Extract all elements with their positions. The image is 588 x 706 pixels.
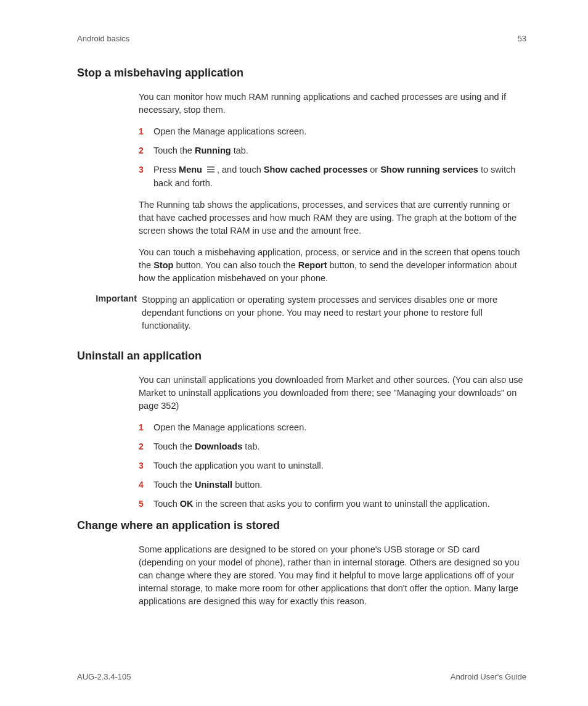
step-text: Touch the Uninstall button. — [153, 478, 526, 491]
svg-rect-0 — [207, 166, 214, 168]
step-item: 2 Touch the Downloads tab. — [139, 440, 526, 453]
page-number: 53 — [518, 34, 526, 43]
document-page: Android basics 53 Stop a misbehaving app… — [0, 0, 588, 706]
step-text: Touch OK in the screen that asks you to … — [153, 498, 526, 511]
svg-rect-1 — [207, 169, 214, 170]
step-number: 4 — [139, 478, 153, 491]
header-section-title: Android basics — [77, 34, 129, 43]
step-text: Open the Manage applications screen. — [153, 421, 526, 434]
content-uninstall: You can uninstall applications you downl… — [139, 374, 526, 511]
step-text: Touch the Downloads tab. — [153, 440, 526, 453]
step-number: 3 — [139, 459, 153, 472]
menu-icon — [206, 164, 215, 177]
intro-paragraph: You can uninstall applications you downl… — [139, 374, 526, 413]
intro-paragraph: You can monitor how much RAM running app… — [139, 91, 526, 117]
footer-doc-id: AUG-2.3.4-105 — [77, 672, 131, 681]
page-footer: AUG-2.3.4-105 Android User's Guide — [77, 672, 526, 681]
steps-list: 1 Open the Manage applications screen. 2… — [139, 421, 526, 511]
important-note: Important Stopping an application or ope… — [77, 293, 526, 332]
step-item: 1 Open the Manage applications screen. — [139, 421, 526, 434]
step-number: 2 — [139, 144, 153, 157]
step-number: 1 — [139, 125, 153, 138]
step-number: 1 — [139, 421, 153, 434]
page-header: Android basics 53 — [77, 34, 526, 43]
explanation-paragraph: You can touch a misbehaving application,… — [139, 246, 526, 285]
step-item: 5 Touch OK in the screen that asks you t… — [139, 498, 526, 511]
heading-change-storage: Change where an application is stored — [77, 519, 526, 532]
steps-list: 1 Open the Manage applications screen. 2… — [139, 125, 526, 190]
step-item: 2 Touch the Running tab. — [139, 144, 526, 157]
step-number: 2 — [139, 440, 153, 453]
step-text: Touch the application you want to uninst… — [153, 459, 526, 472]
footer-guide-title: Android User's Guide — [451, 672, 526, 681]
svg-rect-2 — [207, 171, 214, 173]
step-number: 5 — [139, 498, 153, 511]
intro-paragraph: Some applications are designed to be sto… — [139, 543, 526, 608]
content-stop-misbehaving: You can monitor how much RAM running app… — [139, 91, 526, 285]
step-text: Open the Manage applications screen. — [153, 125, 526, 138]
step-item: 1 Open the Manage applications screen. — [139, 125, 526, 138]
heading-uninstall: Uninstall an application — [77, 350, 526, 363]
explanation-paragraph: The Running tab shows the applications, … — [139, 199, 526, 237]
step-item: 3 Touch the application you want to unin… — [139, 459, 526, 472]
important-body: Stopping an application or operating sys… — [142, 293, 526, 332]
heading-stop-misbehaving: Stop a misbehaving application — [77, 67, 526, 80]
content-change-storage: Some applications are designed to be sto… — [139, 543, 526, 608]
step-text: Touch the Running tab. — [153, 144, 526, 157]
step-number: 3 — [139, 163, 153, 190]
step-item: 4 Touch the Uninstall button. — [139, 478, 526, 491]
important-label: Important — [80, 293, 137, 332]
step-item: 3 Press Menu , and touch Show cached pro… — [139, 163, 526, 190]
step-text: Press Menu , and touch Show cached proce… — [153, 163, 526, 190]
